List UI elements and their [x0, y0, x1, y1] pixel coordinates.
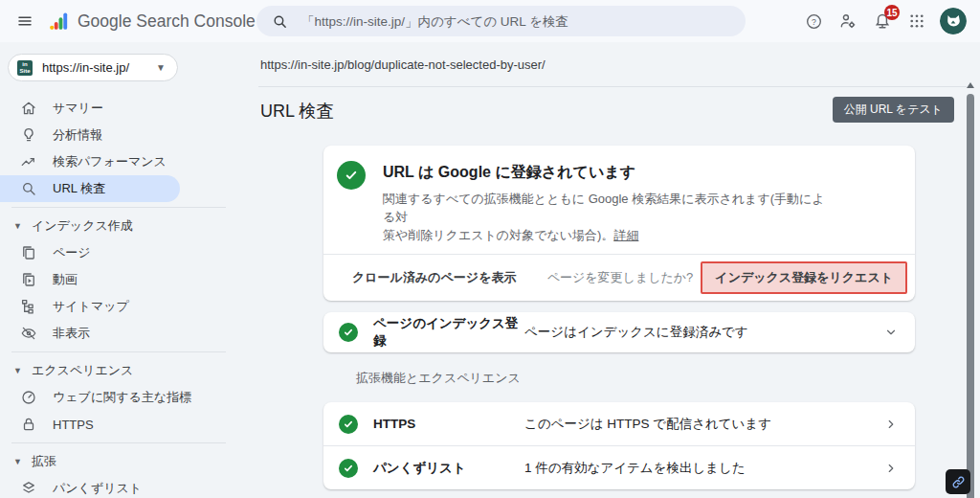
enhancements-section-label: 拡張機能とエクスペリエンス [356, 370, 915, 387]
apps-grid-button[interactable] [900, 4, 934, 38]
inspected-url-bar: https://in-site.jp/blog/duplicate-not-se… [245, 42, 980, 87]
sidebar-section-indexing[interactable]: ▼インデックス作成 [0, 213, 245, 239]
sidebar: inSite https://in-site.jp/ ▼ サマリー分析情報検索パ… [0, 42, 245, 498]
app-logo[interactable]: Google Search Console [48, 11, 256, 32]
gauge-icon [20, 389, 37, 406]
sidebar-item-pages[interactable]: ページ [0, 239, 180, 266]
user-settings-button[interactable] [831, 4, 865, 38]
video-icon [20, 271, 37, 288]
enhancements-card: HTTPSこのページは HTTPS で配信されていますパンくずリスト1 件の有効… [323, 402, 915, 489]
sidebar-item-summary[interactable]: サマリー [0, 95, 180, 122]
trending-icon [20, 153, 37, 170]
search-input[interactable] [300, 13, 715, 30]
sidebar-divider [11, 351, 226, 352]
enhancement-label: パンくずリスト [373, 460, 524, 477]
caret-down-icon: ▼ [13, 366, 22, 375]
verdict-title: URL は Google に登録されています [383, 163, 833, 183]
verdict-card: URL は Google に登録されています 関連するすべての拡張機能とともに … [323, 146, 915, 301]
svg-text:?: ? [812, 16, 816, 26]
sidebar-item-label: パンくずリスト [53, 480, 142, 497]
check-circle-icon [337, 161, 366, 190]
search-icon [20, 180, 37, 197]
notifications-button[interactable]: 15 [865, 4, 900, 38]
chevron-right-icon [884, 462, 898, 475]
app-title: Google Search Console [78, 11, 256, 32]
sidebar-item-performance[interactable]: 検索パフォーマンス [0, 148, 180, 175]
verdict-description: 関連するすべての拡張機能とともに Google 検索結果に表示されます(手動によ… [383, 190, 833, 244]
caret-down-icon: ▼ [13, 457, 22, 466]
home-icon [20, 100, 37, 117]
main-content: https://in-site.jp/blog/duplicate-not-se… [245, 42, 980, 498]
menu-icon[interactable] [6, 2, 44, 40]
sidebar-section-label: エクスペリエンス [32, 362, 133, 379]
search-icon [272, 13, 288, 30]
link-extension-badge[interactable] [946, 469, 970, 494]
notification-count-badge: 15 [884, 5, 900, 20]
enhancement-row-https[interactable]: HTTPSこのページは HTTPS で配信されています [323, 402, 915, 445]
request-indexing-button[interactable]: インデックス登録をリクエスト [701, 261, 907, 294]
lightbulb-icon [20, 126, 37, 144]
indexing-label: ページのインデックス登録 [373, 315, 524, 350]
sidebar-item-https[interactable]: HTTPS [0, 411, 180, 438]
sidebar-section-experience[interactable]: ▼エクスペリエンス [0, 357, 245, 384]
page-title: URL 検査 [260, 100, 333, 123]
help-button[interactable]: ? [796, 4, 831, 38]
sidebar-nav: サマリー分析情報検索パフォーマンスURL 検査▼インデックス作成ページ動画サイト… [0, 95, 245, 498]
check-circle-icon [339, 415, 358, 434]
check-circle-icon [339, 323, 358, 342]
enhancement-row-breadcrumbs[interactable]: パンくずリスト1 件の有効なアイテムを検出しました [323, 445, 915, 489]
sidebar-item-videos[interactable]: 動画 [0, 266, 180, 293]
caret-down-icon: ▼ [13, 221, 22, 231]
lock-icon [20, 416, 37, 433]
enhancement-label: HTTPS [373, 417, 524, 431]
sidebar-section-enhancements[interactable]: ▼拡張 [0, 448, 245, 475]
sitemap-icon [20, 298, 37, 315]
chevron-right-icon [884, 418, 898, 431]
sidebar-item-removals[interactable]: 非表示 [0, 320, 180, 347]
sidebar-item-label: 分析情報 [53, 126, 102, 144]
sidebar-item-label: サマリー [53, 100, 103, 117]
test-live-url-button[interactable]: 公開 URL をテスト [833, 97, 954, 123]
sidebar-item-label: ページ [53, 244, 91, 261]
sidebar-divider [11, 442, 226, 443]
link-icon [951, 475, 966, 489]
view-crawled-page-link[interactable]: クロール済みのページを表示 [352, 269, 516, 286]
chevron-down-icon [884, 326, 898, 339]
page-indexing-card[interactable]: ページのインデックス登録 ページはインデックスに登録済みです [323, 312, 915, 352]
sidebar-divider [11, 207, 226, 208]
sidebar-item-label: ウェブに関する主な指標 [53, 389, 191, 406]
search-console-logo-icon [48, 11, 69, 32]
scrollbar-up-arrow[interactable] [967, 82, 974, 88]
property-selector[interactable]: inSite https://in-site.jp/ ▼ [8, 54, 178, 81]
indexing-status: ページはインデックスに登録済みです [524, 324, 884, 341]
scrollbar-thumb[interactable] [967, 94, 974, 498]
sidebar-item-label: URL 検査 [53, 180, 105, 197]
layers-icon [20, 480, 37, 497]
eye-off-icon [20, 325, 37, 342]
chevron-down-icon: ▼ [156, 62, 166, 73]
sidebar-item-url-inspection[interactable]: URL 検査 [0, 175, 180, 202]
search-console-app: Google Search Console ? 15 [0, 0, 980, 498]
check-circle-icon [339, 459, 358, 478]
enhancement-status: このページは HTTPS で配信されています [524, 416, 884, 433]
sidebar-item-insights[interactable]: 分析情報 [0, 122, 180, 148]
sidebar-item-breadcrumbs[interactable]: パンくずリスト [0, 475, 180, 498]
sidebar-item-core-web-vitals[interactable]: ウェブに関する主な指標 [0, 384, 180, 411]
property-label: https://in-site.jp/ [42, 60, 156, 75]
sidebar-item-label: 非表示 [53, 325, 90, 342]
url-inspect-searchbox[interactable] [256, 6, 746, 36]
enhancement-status: 1 件の有効なアイテムを検出しました [524, 460, 884, 477]
verdict-footer: クロール済みのページを表示 ページを変更しましたか? インデックス登録をリクエス… [323, 254, 915, 301]
inspected-url: https://in-site.jp/blog/duplicate-not-se… [260, 57, 546, 72]
sidebar-item-label: 検索パフォーマンス [53, 153, 167, 170]
avatar[interactable] [940, 8, 967, 34]
pages-icon [20, 244, 37, 261]
sidebar-section-label: インデックス作成 [32, 217, 133, 235]
sidebar-item-sitemaps[interactable]: サイトマップ [0, 293, 180, 320]
sidebar-item-label: HTTPS [53, 418, 94, 432]
page-changed-question: ページを変更しましたか? [547, 269, 694, 286]
top-app-bar: Google Search Console ? 15 [0, 0, 980, 42]
learn-more-link[interactable]: 詳細 [613, 228, 638, 242]
site-favicon: inSite [17, 60, 33, 76]
sidebar-item-label: サイトマップ [53, 298, 129, 315]
